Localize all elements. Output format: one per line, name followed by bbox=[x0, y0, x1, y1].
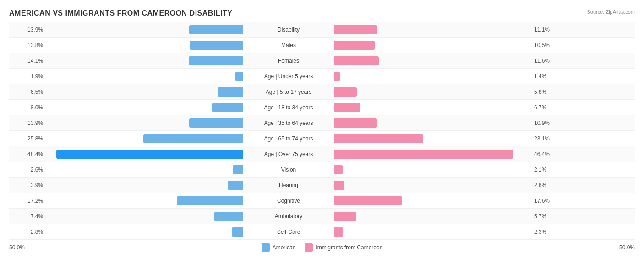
bar-left-wrap bbox=[46, 181, 243, 190]
bar-right bbox=[334, 134, 423, 143]
bar-left-wrap bbox=[46, 41, 243, 50]
chart-area: 13.9% Disability 11.1% 13.8% Males 10.5%… bbox=[9, 22, 635, 240]
value-left: 6.5% bbox=[9, 89, 46, 95]
bar-row: 3.9% Hearing 2.6% bbox=[9, 178, 635, 193]
bar-row: 8.0% Age | 18 to 34 years 6.7% bbox=[9, 100, 635, 115]
bar-row: 25.8% Age | 65 to 74 years 23.1% bbox=[9, 131, 635, 146]
value-right: 1.4% bbox=[531, 73, 568, 80]
bar-left bbox=[233, 165, 243, 174]
bar-right-wrap bbox=[334, 87, 531, 97]
value-right: 11.1% bbox=[531, 27, 568, 33]
bar-left bbox=[177, 196, 243, 205]
bar-right-wrap bbox=[334, 227, 531, 237]
value-left: 7.4% bbox=[9, 213, 46, 220]
value-right: 10.5% bbox=[531, 42, 568, 48]
bar-right bbox=[334, 103, 360, 112]
bar-label: Disability bbox=[243, 27, 334, 33]
legend-american-label: American bbox=[273, 244, 296, 251]
bar-right-wrap bbox=[334, 56, 531, 65]
bar-right bbox=[334, 41, 375, 50]
value-right: 5.7% bbox=[531, 213, 568, 220]
bar-row: 2.6% Vision 2.1% bbox=[9, 162, 635, 178]
bar-right-wrap bbox=[334, 134, 531, 143]
bar-right-wrap bbox=[334, 41, 531, 50]
bar-left bbox=[235, 72, 243, 81]
bar-right-wrap bbox=[334, 25, 531, 34]
bar-right bbox=[334, 181, 344, 190]
value-right: 10.9% bbox=[531, 120, 568, 126]
bar-label: Self-Care bbox=[243, 229, 334, 235]
bar-label: Hearing bbox=[243, 182, 334, 188]
bar-label: Vision bbox=[243, 167, 334, 173]
chart-title: AMERICAN VS IMMIGRANTS FROM CAMEROON DIS… bbox=[9, 9, 635, 17]
value-right: 2.6% bbox=[531, 182, 568, 188]
value-left: 1.9% bbox=[9, 73, 46, 80]
bar-right bbox=[334, 87, 357, 97]
bar-right bbox=[334, 25, 377, 34]
bar-row: 13.9% Age | 35 to 64 years 10.9% bbox=[9, 115, 635, 131]
footer-right-value: 50.0% bbox=[598, 244, 635, 251]
bar-right bbox=[334, 118, 377, 128]
bar-right-wrap bbox=[334, 181, 531, 190]
footer-left-value: 50.0% bbox=[9, 244, 46, 251]
bar-left-wrap bbox=[46, 25, 243, 34]
value-right: 5.8% bbox=[531, 89, 568, 95]
value-left: 13.9% bbox=[9, 120, 46, 126]
row-inner: 2.6% Vision 2.1% bbox=[9, 162, 635, 177]
bar-left bbox=[228, 181, 243, 190]
row-inner: 3.9% Hearing 2.6% bbox=[9, 178, 635, 193]
legend: American Immigrants from Cameroon bbox=[46, 243, 598, 252]
bar-right bbox=[334, 165, 343, 174]
bar-row: 14.1% Females 11.6% bbox=[9, 53, 635, 69]
bar-label: Age | Over 75 years bbox=[243, 151, 334, 157]
row-inner: 13.9% Age | 35 to 64 years 10.9% bbox=[9, 115, 635, 130]
value-right: 46.4% bbox=[531, 151, 568, 157]
bar-left bbox=[189, 25, 243, 34]
bar-left-wrap bbox=[46, 212, 243, 221]
value-left: 48.4% bbox=[9, 151, 46, 157]
row-inner: 6.5% Age | 5 to 17 years 5.8% bbox=[9, 84, 635, 99]
value-right: 23.1% bbox=[531, 135, 568, 142]
bar-label: Age | 18 to 34 years bbox=[243, 104, 334, 111]
legend-cameroon-box bbox=[305, 243, 313, 252]
chart-container: AMERICAN VS IMMIGRANTS FROM CAMEROON DIS… bbox=[9, 9, 635, 252]
bar-left bbox=[189, 56, 243, 65]
bar-left-wrap bbox=[46, 87, 243, 97]
value-right: 2.3% bbox=[531, 229, 568, 235]
value-left: 14.1% bbox=[9, 58, 46, 64]
bar-left-wrap bbox=[46, 196, 243, 205]
legend-cameroon-label: Immigrants from Cameroon bbox=[316, 244, 382, 251]
value-right: 11.6% bbox=[531, 58, 568, 64]
value-left: 13.9% bbox=[9, 27, 46, 33]
row-inner: 14.1% Females 11.6% bbox=[9, 53, 635, 68]
row-inner: 1.9% Age | Under 5 years 1.4% bbox=[9, 69, 635, 84]
bar-right-wrap bbox=[334, 118, 531, 128]
row-inner: 13.8% Males 10.5% bbox=[9, 38, 635, 53]
bar-right-wrap bbox=[334, 72, 531, 81]
value-right: 17.6% bbox=[531, 198, 568, 204]
value-right: 2.1% bbox=[531, 167, 568, 173]
value-left: 8.0% bbox=[9, 104, 46, 111]
bar-left bbox=[56, 150, 243, 159]
source-text: Source: ZipAtlas.com bbox=[587, 9, 635, 15]
bar-right bbox=[334, 72, 340, 81]
row-inner: 13.9% Disability 11.1% bbox=[9, 22, 635, 37]
bar-left bbox=[214, 212, 243, 221]
bar-left bbox=[232, 227, 243, 237]
bar-right bbox=[334, 150, 513, 159]
bar-left bbox=[190, 41, 243, 50]
bar-left-wrap bbox=[46, 103, 243, 112]
bar-label: Age | Under 5 years bbox=[243, 73, 334, 80]
bar-left bbox=[189, 118, 243, 128]
bar-label: Age | 5 to 17 years bbox=[243, 89, 334, 95]
bar-right bbox=[334, 196, 402, 205]
bar-row: 13.8% Males 10.5% bbox=[9, 38, 635, 53]
bar-right bbox=[334, 227, 343, 237]
bar-left-wrap bbox=[46, 227, 243, 237]
value-left: 17.2% bbox=[9, 198, 46, 204]
value-left: 13.8% bbox=[9, 42, 46, 48]
value-left: 2.8% bbox=[9, 229, 46, 235]
bar-row: 13.9% Disability 11.1% bbox=[9, 22, 635, 38]
bar-row: 7.4% Ambulatory 5.7% bbox=[9, 209, 635, 224]
bar-right-wrap bbox=[334, 212, 531, 221]
